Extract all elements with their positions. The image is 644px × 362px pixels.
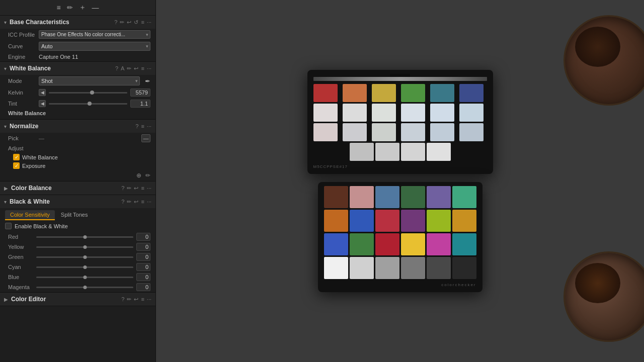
edit-icon[interactable]: ✏ (127, 296, 131, 303)
tint-slider-wrap[interactable] (49, 103, 127, 105)
swatch-g1 (350, 143, 374, 161)
magenta-slider-thumb (83, 286, 87, 289)
undo-icon[interactable]: ↩ (134, 65, 138, 72)
swatch-nearblack (452, 257, 476, 279)
exposure-checkbox-label: Exposure (22, 163, 45, 169)
swatch-g2 (375, 143, 399, 161)
swatch-l3 (372, 123, 396, 141)
blue-label: Blue (8, 274, 33, 280)
edit-icon[interactable]: ✏ (67, 4, 73, 12)
swatch-verydarkgray (427, 257, 451, 279)
yellow-slider-track[interactable] (36, 246, 133, 248)
curve-select[interactable]: Auto (39, 42, 150, 51)
wb-mode-select-wrap: Shot Auto Daylight Cloudy Tungsten Custo… (39, 76, 140, 85)
normalize-target-icon[interactable]: ⊕ (136, 172, 141, 179)
color-editor-header[interactable]: ▶ Color Editor ? ✏ ↩ ≡ ··· (0, 293, 155, 306)
help-icon[interactable]: ? (114, 19, 117, 26)
kelvin-slider-wrap[interactable] (49, 92, 127, 94)
undo-icon[interactable]: ↩ (134, 296, 138, 303)
help-icon[interactable]: ? (121, 296, 124, 303)
white-balance-header[interactable]: ▾ White Balance ? A ✏ ↩ ≡ ··· (0, 62, 155, 75)
edit-icon[interactable]: ✏ (127, 185, 131, 192)
color-balance-header[interactable]: ▶ Color Balance ? ✏ ↩ ≡ ··· (0, 182, 155, 195)
edit-icon[interactable]: ✏ (127, 199, 131, 205)
adjust-icon[interactable]: ≡ (56, 4, 60, 12)
more-icon[interactable]: ··· (147, 296, 151, 303)
kelvin-slider-track[interactable] (49, 92, 127, 94)
list-icon[interactable]: ≡ (141, 185, 144, 192)
classic-row-3 (324, 233, 476, 255)
black-white-tabs: Color Sensitivity Split Tones (0, 208, 155, 220)
normalize-section: ▾ Normalize ? ≡ ··· Pick — — Adjust ✓ Wh… (0, 120, 155, 182)
wb-checkbox-icon[interactable]: ✓ (13, 154, 20, 160)
more-icon[interactable]: ··· (147, 123, 151, 129)
tint-slider-track[interactable] (49, 103, 127, 105)
help-icon[interactable]: ? (121, 199, 124, 205)
normalize-icon-row: ⊕ ✏ (0, 170, 155, 181)
yellow-slider-row: Yellow 0 (0, 242, 155, 252)
wb-checkbox-label: White Balance (22, 154, 58, 160)
swatch-darkgreen (401, 186, 425, 208)
bw-enable-checkbox[interactable] (5, 223, 12, 229)
tab-split-tones[interactable]: Split Tones (56, 210, 93, 220)
white-balance-title: White Balance (10, 65, 113, 72)
normalize-edit-icon[interactable]: ✏ (145, 172, 150, 179)
wb-mode-select[interactable]: Shot Auto Daylight Cloudy Tungsten Custo… (39, 76, 140, 85)
more-icon[interactable]: ··· (147, 199, 151, 205)
coffee-cups-bg (533, 0, 644, 362)
tab-color-sensitivity[interactable]: Color Sensitivity (5, 210, 55, 220)
undo-icon[interactable]: ↩ (134, 199, 138, 205)
more-icon[interactable]: ··· (147, 65, 151, 72)
help-icon[interactable]: ? (135, 123, 138, 129)
more-icon[interactable]: ··· (147, 19, 151, 26)
list-icon[interactable]: ≡ (141, 19, 144, 26)
cyan-slider-track[interactable] (36, 266, 133, 268)
swatch-l5 (430, 123, 454, 141)
more-icon[interactable]: ··· (147, 185, 151, 192)
blue-slider-track[interactable] (36, 277, 133, 278)
tint-decrement-button[interactable]: ◀ (39, 100, 46, 107)
list-icon[interactable]: ≡ (141, 65, 144, 72)
black-white-section: ▾ Black & White ? ✏ ↩ ≡ ··· Color Sensit… (0, 195, 155, 293)
wb-checkbox-row: ✓ White Balance (0, 153, 155, 161)
tint-value: 1.1 (130, 100, 150, 108)
normalize-pick-button[interactable]: — (141, 134, 150, 142)
kelvin-value: 5579 (130, 88, 150, 97)
normalize-header[interactable]: ▾ Normalize ? ≡ ··· (0, 120, 155, 133)
engine-row: Engine Capture One 11 (0, 52, 155, 61)
kelvin-decrement-button[interactable]: ◀ (39, 89, 46, 96)
magenta-slider-track[interactable] (36, 287, 133, 288)
green-slider-track[interactable] (36, 256, 133, 258)
list-icon[interactable]: ≡ (141, 123, 144, 129)
bw-enable-row: Enable Black & White (0, 220, 155, 232)
minus-icon[interactable]: — (92, 4, 99, 12)
add-icon[interactable]: ＋ (79, 3, 86, 12)
coffee-inner-2 (575, 263, 620, 303)
base-characteristics-header[interactable]: ▾ Base Characteristics ? ✏ ↩ ↺ ≡ ··· (0, 16, 155, 29)
engine-value: Capture One 11 (39, 54, 78, 60)
black-white-header[interactable]: ▾ Black & White ? ✏ ↩ ≡ ··· (0, 195, 155, 208)
edit-icon[interactable]: ✏ (120, 19, 124, 26)
redo-icon[interactable]: ↺ (134, 19, 138, 26)
red-slider-track[interactable] (36, 236, 133, 238)
list-icon[interactable]: ≡ (141, 296, 144, 303)
help-icon[interactable]: ? (121, 185, 124, 192)
undo-icon[interactable]: ↩ (134, 185, 138, 192)
kelvin-slider-thumb[interactable] (90, 90, 94, 95)
help-icon[interactable]: ? (115, 65, 118, 72)
edit-icon[interactable]: ✏ (127, 65, 131, 72)
a-icon[interactable]: A (121, 65, 124, 72)
photo-area: M5CCPPSE#17 (156, 0, 644, 362)
chevron-down-icon: ▾ (4, 124, 7, 129)
tint-slider-thumb[interactable] (88, 102, 92, 106)
wb-mode-row: Mode Shot Auto Daylight Cloudy Tungsten … (0, 75, 155, 87)
magenta-label: Magenta (8, 284, 33, 290)
list-icon[interactable]: ≡ (141, 199, 144, 205)
eyedropper-icon[interactable]: ✒ (145, 77, 150, 85)
icc-profile-select[interactable]: Phase One Effects No color correcti... (39, 30, 150, 39)
undo-icon[interactable]: ↩ (127, 19, 131, 26)
swatch-purple (427, 186, 451, 208)
normalize-adjust-label: Adjust (8, 145, 36, 151)
kelvin-label: Kelvin (8, 89, 36, 96)
exposure-checkbox-icon[interactable]: ✓ (13, 162, 20, 169)
